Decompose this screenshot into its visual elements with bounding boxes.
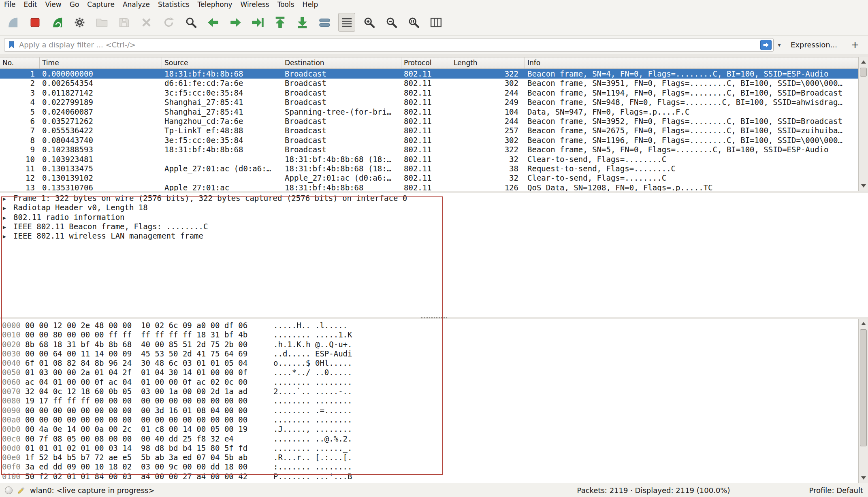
hex-row-0040[interactable]: 00406f 01 08 82 84 8b 96 24 30 48 6c 03 … <box>0 358 868 368</box>
menu-tools[interactable]: Tools <box>273 0 299 9</box>
packet-row-13[interactable]: 130.135310706Apple_27:01:ac18:31:bf:4b:8… <box>0 183 858 191</box>
add-filter-button[interactable]: + <box>844 39 864 51</box>
menu-statistics[interactable]: Statistics <box>154 0 194 9</box>
go-first-packet-button[interactable] <box>271 13 288 32</box>
menu-analyze[interactable]: Analyze <box>119 0 154 9</box>
cell-info: Beacon frame, SN=1194, FN=0, Flags=.....… <box>525 88 858 98</box>
packet-row-12[interactable]: 120.130139102Apple_27:01:ac (d0:a6:…802.… <box>0 173 858 183</box>
hex-row-00e0[interactable]: 00e01f 52 b4 b5 b7 72 ae e5 5b ab 3a ed … <box>0 453 868 462</box>
hex-row-0080[interactable]: 008019 17 ff ff ff 00 00 00 00 00 00 00 … <box>0 396 868 405</box>
restart-capture-button[interactable] <box>49 13 66 32</box>
zoom-out-button[interactable] <box>383 13 400 32</box>
expand-arrow-icon[interactable]: ▸ <box>3 203 13 213</box>
scroll-up-arrow[interactable] <box>859 319 868 328</box>
cell-no: 5 <box>0 107 40 117</box>
resize-columns-button[interactable] <box>427 13 444 32</box>
detail-line-5[interactable]: ▸IEEE 802.11 wireless LAN management fra… <box>0 231 868 241</box>
hex-row-00c0[interactable]: 00c000 7f 08 05 00 08 00 00 00 40 dd 25 … <box>0 434 868 444</box>
hex-ascii: ....*../ ..0..... <box>273 368 352 377</box>
find-packet-button[interactable] <box>182 13 199 32</box>
hex-row-00f0[interactable]: 00f03a ed dd 09 00 10 18 02 03 00 9c 00 … <box>0 462 868 471</box>
expression-button[interactable]: Expression... <box>785 41 844 49</box>
menu-go[interactable]: Go <box>66 0 83 9</box>
packet-row-10[interactable]: 100.10392348118:31:bf:4b:8b:68 (18:…802.… <box>0 155 858 164</box>
hex-row-0010[interactable]: 001000 00 80 00 00 00 ff ff ff ff ff ff … <box>0 330 868 339</box>
hex-dump-scrollbar[interactable] <box>858 319 868 483</box>
menu-file[interactable]: File <box>0 0 19 9</box>
expand-arrow-icon[interactable]: ▸ <box>3 222 13 232</box>
hex-row-0090[interactable]: 009000 00 00 00 00 00 00 00 00 3d 16 01 … <box>0 406 868 415</box>
filter-bookmark-icon[interactable] <box>7 41 16 49</box>
column-header-info[interactable]: Info <box>525 58 858 68</box>
hex-bytes: 00 00 12 00 2e 48 00 00 10 02 6c 09 a0 0… <box>25 321 273 330</box>
menu-view[interactable]: View <box>41 0 65 9</box>
hex-row-0000[interactable]: 000000 00 12 00 2e 48 00 00 10 02 6c 09 … <box>0 321 868 330</box>
apply-filter-button[interactable] <box>760 40 772 50</box>
detail-line-4[interactable]: ▸IEEE 802.11 Beacon frame, Flags: ......… <box>0 222 868 231</box>
packet-list-scrollbar-thumb[interactable] <box>860 68 867 77</box>
hex-ascii: P....... ...'...B <box>273 472 352 481</box>
go-forward-button[interactable] <box>227 13 244 32</box>
column-header-no[interactable]: No. <box>0 58 40 68</box>
capture-options-button[interactable] <box>71 13 88 32</box>
packet-row-4[interactable]: 40.022799189Shanghai_27:85:41Broadcast80… <box>0 98 858 107</box>
scroll-down-arrow[interactable] <box>859 181 868 191</box>
hex-row-00a0[interactable]: 00a000 00 00 00 00 00 00 00 00 00 00 00 … <box>0 415 868 424</box>
hex-bytes: 3a ed dd 09 00 10 18 02 03 00 9c 00 00 d… <box>25 462 273 471</box>
zoom-in-button[interactable] <box>360 13 377 32</box>
cell-time: 0.000000000 <box>40 69 162 79</box>
expand-arrow-icon[interactable]: ▸ <box>3 194 13 203</box>
scroll-down-arrow[interactable] <box>859 473 868 483</box>
hex-scrollbar-thumb[interactable] <box>860 329 867 446</box>
menu-edit[interactable]: Edit <box>19 0 41 9</box>
packet-list-scrollbar[interactable] <box>858 57 868 191</box>
detail-line-3[interactable]: ▸802.11 radio information <box>0 213 868 222</box>
colorize-packets-button[interactable] <box>338 13 355 32</box>
auto-scroll-button[interactable] <box>316 13 333 32</box>
packet-row-6[interactable]: 60.035271262Hangzhou_cd:7a:6eBroadcast80… <box>0 117 858 126</box>
packet-row-11[interactable]: 110.130133475Apple_27:01:ac (d0:a6:…18:3… <box>0 164 858 173</box>
packet-row-9[interactable]: 90.10238859318:31:bf:4b:8b:68Broadcast80… <box>0 145 858 154</box>
menu-capture[interactable]: Capture <box>83 0 119 9</box>
profile-button[interactable]: Profile: Default <box>809 486 863 495</box>
column-header-source[interactable]: Source <box>162 58 282 68</box>
hex-row-00d0[interactable]: 00d001 01 01 02 01 00 03 14 98 d8 bd b4 … <box>0 444 868 453</box>
hex-row-0050[interactable]: 005001 03 00 00 2a 01 04 2f 01 04 30 14 … <box>0 368 868 377</box>
hex-row-0060[interactable]: 0060ac 04 01 00 00 0f ac 04 01 00 00 0f … <box>0 378 868 387</box>
menu-telephony[interactable]: Telephony <box>194 0 237 9</box>
stop-capture-button[interactable] <box>26 13 43 32</box>
packet-row-3[interactable]: 30.0118271423c:f5:cc:0e:35:84Broadcast80… <box>0 88 858 98</box>
column-header-destination[interactable]: Destination <box>282 58 401 68</box>
zoom-original-button[interactable] <box>405 13 422 32</box>
expand-arrow-icon[interactable]: ▸ <box>3 213 13 222</box>
column-header-length[interactable]: Length <box>451 58 525 68</box>
menu-help[interactable]: Help <box>299 0 322 9</box>
detail-line-2[interactable]: ▸Radiotap Header v0, Length 18 <box>0 203 868 212</box>
packet-row-2[interactable]: 20.002654354d6:61:fe:cd:7a:6eBroadcast80… <box>0 79 858 88</box>
reload-file-button <box>160 13 177 32</box>
hex-row-00b0[interactable]: 00b000 4a 0e 14 00 0a 00 2c 01 c8 00 14 … <box>0 424 868 434</box>
hex-row-0100[interactable]: 010050 f2 02 01 01 84 00 03 a4 00 00 27 … <box>0 472 868 481</box>
packet-row-5[interactable]: 50.024060087Shanghai_27:85:41Spanning-tr… <box>0 107 858 117</box>
hex-row-0030[interactable]: 003000 00 64 00 11 14 00 09 45 53 50 2d … <box>0 349 868 358</box>
go-to-packet-button[interactable] <box>249 13 266 32</box>
detail-line-1[interactable]: ▸Frame 1: 322 bytes on wire (2576 bits),… <box>0 194 868 203</box>
hex-row-0070[interactable]: 007032 04 0c 12 18 60 0b 05 03 00 1a 00 … <box>0 387 868 396</box>
filter-history-dropdown[interactable]: ▾ <box>774 38 785 52</box>
expand-arrow-icon[interactable]: ▸ <box>3 232 13 241</box>
display-filter-input[interactable] <box>19 39 760 51</box>
close-icon <box>140 16 153 29</box>
column-header-protocol[interactable]: Protocol <box>401 58 451 68</box>
cell-length: 244 <box>451 88 525 98</box>
hex-row-0020[interactable]: 00208b 68 18 31 bf 4b 8b 68 40 00 85 51 … <box>0 340 868 349</box>
menu-wireless[interactable]: Wireless <box>237 0 273 9</box>
go-back-button[interactable] <box>205 13 222 32</box>
expert-info-icon[interactable] <box>5 486 13 494</box>
column-header-time[interactable]: Time <box>40 58 162 68</box>
capture-comment-icon[interactable] <box>17 486 26 495</box>
go-last-packet-button[interactable] <box>294 13 311 32</box>
scroll-up-arrow[interactable] <box>859 57 868 67</box>
packet-row-8[interactable]: 80.0804437403e:f5:cc:0e:35:84Broadcast80… <box>0 136 858 145</box>
packet-row-1[interactable]: 10.00000000018:31:bf:4b:8b:68Broadcast80… <box>0 69 858 79</box>
packet-row-7[interactable]: 70.055536422Tp-LinkT_ef:48:88Broadcast80… <box>0 126 858 135</box>
